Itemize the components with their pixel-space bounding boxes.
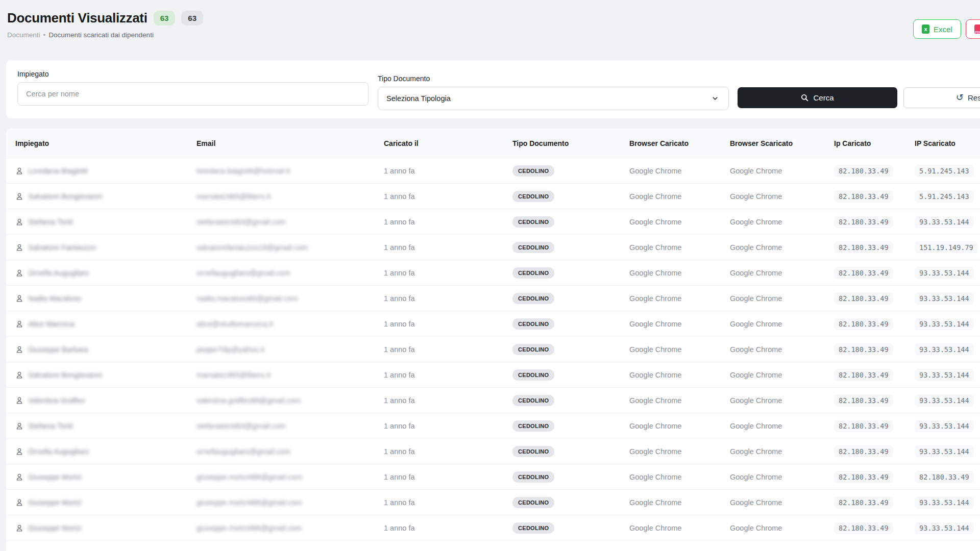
employee-name: Salvatore Fantauzzo — [28, 243, 96, 252]
export-excel-button[interactable]: x Excel — [913, 19, 961, 39]
breadcrumb: Documenti • Documenti scaricati dai dipe… — [7, 31, 980, 39]
ip-uploaded: 82.180.33.49 — [834, 216, 893, 228]
table-row[interactable]: Salvatore Fantauzzo salvatorefantauzzo19… — [6, 235, 980, 260]
reset-button[interactable]: ↺ Reset — [903, 87, 980, 108]
table-row[interactable]: Stefania Tonti stefaniatonti63@gmail.com… — [6, 413, 980, 439]
table-row[interactable]: Giuseppe Morici giuseppe.morici486@gmail… — [6, 490, 980, 515]
browser-downloaded: Google Chrome — [730, 422, 834, 430]
ip-uploaded: 82.180.33.49 — [834, 445, 893, 458]
ip-uploaded: 82.180.33.49 — [834, 343, 893, 356]
table-row[interactable]: Loredana Biagiotti loredana.biagiotti@ho… — [6, 158, 980, 184]
table-row[interactable]: Ornella Augugliaro ornellaugugliaro@gmai… — [6, 260, 980, 286]
employee-email: nadia.macaluso80@gmail.com — [197, 294, 298, 303]
export-pdf-button[interactable]: PDF PDF — [966, 19, 980, 39]
table-row[interactable]: Giuseppe Morici giuseppe.morici486@gmail… — [6, 464, 980, 490]
employee-email: marsala1965@libero.it — [197, 371, 271, 379]
employee-name: Stefania Tonti — [28, 218, 73, 226]
table-row[interactable]: Valentina Graffeo valentina.graffeo89@gm… — [6, 388, 980, 413]
browser-uploaded: Google Chrome — [629, 167, 730, 175]
table-row[interactable]: Giuseppe Barbara peppe70lp@yahoo.it 1 an… — [6, 337, 980, 362]
uploaded-date: 1 anno fa — [384, 192, 512, 201]
table-row[interactable]: Stefania Tonti stefaniatonti63@gmail.com… — [6, 209, 980, 235]
browser-downloaded: Google Chrome — [730, 524, 834, 532]
uploaded-date: 1 anno fa — [384, 243, 512, 252]
browser-downloaded: Google Chrome — [730, 269, 834, 277]
ip-downloaded: 151.19.149.79 — [915, 241, 978, 254]
column-header: Caricato il — [384, 139, 512, 147]
browser-uploaded: Google Chrome — [629, 269, 730, 277]
employee-name: Giuseppe Barbara — [28, 345, 88, 354]
uploaded-date: 1 anno fa — [384, 422, 512, 430]
person-icon — [15, 294, 23, 303]
export-excel-label: Excel — [934, 25, 952, 34]
ip-downloaded: 93.33.53.144 — [915, 343, 974, 356]
person-icon — [15, 447, 23, 456]
doc-type-badge: CEDOLINO — [512, 497, 554, 508]
ip-uploaded: 82.180.33.49 — [834, 471, 893, 483]
browser-downloaded: Google Chrome — [730, 192, 834, 201]
uploaded-date: 1 anno fa — [384, 345, 512, 354]
search-button[interactable]: Cerca — [738, 87, 897, 108]
employee-email: giuseppe.morici486@gmail.com — [197, 524, 302, 532]
ip-downloaded: 5.91.245.143 — [915, 190, 974, 203]
doc-type-badge: CEDOLINO — [512, 420, 554, 432]
browser-downloaded: Google Chrome — [730, 345, 834, 354]
doc-type-badge: CEDOLINO — [512, 318, 554, 330]
doc-type-badge: CEDOLINO — [512, 293, 554, 304]
table-header-row: ImpiegatoEmailCaricato ilTipo DocumentoB… — [6, 129, 980, 158]
browser-uploaded: Google Chrome — [629, 345, 730, 354]
uploaded-date: 1 anno fa — [384, 320, 512, 328]
browser-downloaded: Google Chrome — [730, 320, 834, 328]
excel-file-icon: x — [922, 24, 929, 34]
employee-name: Ornella Augugliaro — [28, 269, 89, 277]
uploaded-date: 1 anno fa — [384, 396, 512, 405]
column-header: Tipo Documento — [512, 139, 629, 147]
browser-downloaded: Google Chrome — [730, 243, 834, 252]
employee-name: Valentina Graffeo — [28, 396, 85, 405]
doc-type-badge: CEDOLINO — [512, 395, 554, 406]
table-row[interactable]: Ornella Augugliaro ornellaugugliaro@gmai… — [6, 439, 980, 464]
count-badge-green: 63 — [154, 11, 176, 26]
employee-name: Giuseppe Morici — [28, 524, 82, 532]
ip-downloaded: 93.33.53.144 — [915, 216, 974, 228]
uploaded-date: 1 anno fa — [384, 218, 512, 226]
browser-downloaded: Google Chrome — [730, 396, 834, 405]
count-badge-gray: 63 — [181, 11, 203, 26]
employee-email: giuseppe.morici486@gmail.com — [197, 473, 302, 481]
employee-name: Giuseppe Morici — [28, 498, 82, 507]
person-icon — [15, 320, 23, 328]
employee-name: Stefania Tonti — [28, 422, 73, 430]
table-row[interactable]: Giuseppe Morici giuseppe.morici486@gmail… — [6, 515, 980, 541]
browser-uploaded: Google Chrome — [629, 218, 730, 226]
browser-downloaded: Google Chrome — [730, 371, 834, 379]
reset-button-label: Reset — [968, 93, 980, 102]
browser-uploaded: Google Chrome — [629, 371, 730, 379]
browser-uploaded: Google Chrome — [629, 473, 730, 481]
employee-name: Loredana Biagiotti — [28, 167, 88, 175]
column-header: Email — [197, 139, 384, 147]
table-row[interactable]: Salvatore Bongiovanni marsala1965@libero… — [6, 362, 980, 388]
person-icon — [15, 243, 23, 252]
table-row[interactable]: Salvatore Bongiovanni marsala1965@libero… — [6, 184, 980, 209]
uploaded-date: 1 anno fa — [384, 473, 512, 481]
doc-type-filter-label: Tipo Documento — [378, 74, 729, 83]
doc-type-select[interactable]: Seleziona Tipologia — [378, 87, 729, 110]
pdf-file-icon: PDF — [974, 24, 980, 34]
ip-downloaded: 93.33.53.144 — [915, 420, 974, 432]
ip-downloaded: 93.33.53.144 — [915, 445, 974, 458]
person-icon — [15, 396, 23, 405]
table-row[interactable]: Nadia Macaluso nadia.macaluso80@gmail.co… — [6, 286, 980, 311]
employee-name: Alice Marceca — [28, 320, 75, 328]
column-header: Ip Caricato — [834, 139, 915, 147]
doc-type-badge: CEDOLINO — [512, 446, 554, 457]
person-icon — [15, 218, 23, 226]
employee-search-input[interactable] — [17, 82, 369, 106]
employee-email: stefaniatonti63@gmail.com — [197, 218, 286, 226]
breadcrumb-parent[interactable]: Documenti — [7, 31, 40, 39]
table-row[interactable]: Alice Marceca alice@studiomarceca.it 1 a… — [6, 311, 980, 337]
column-header: Browser Scaricato — [730, 139, 834, 147]
search-button-label: Cerca — [813, 93, 834, 102]
person-icon — [15, 167, 23, 175]
ip-downloaded: 93.33.53.144 — [915, 496, 974, 509]
doc-type-selected-value: Seleziona Tipologia — [386, 94, 451, 103]
